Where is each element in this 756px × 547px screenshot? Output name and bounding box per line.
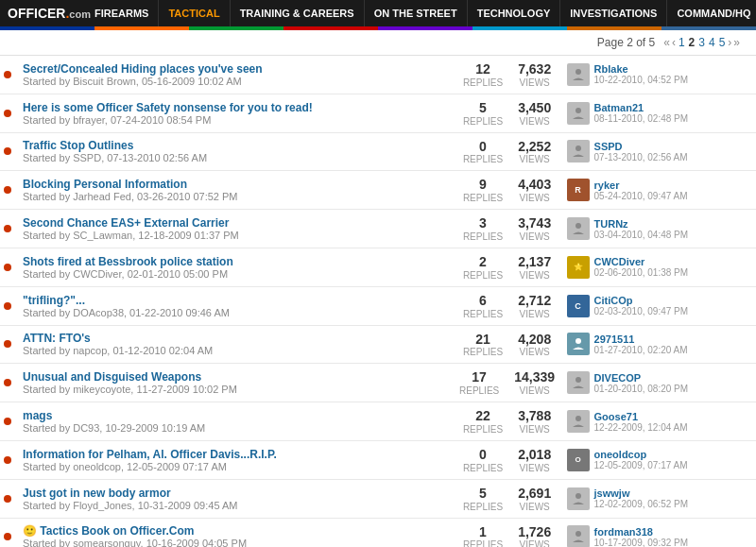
stat-pair: 3 REPLIES 3,743 VIEWS [459,215,556,242]
views-label: VIEWS [518,116,551,127]
user-details: CitiCOp 02-03-2010, 09:47 PM [594,295,689,316]
user-details: Goose71 12-22-2009, 12:04 AM [594,411,688,433]
nav-investigations[interactable]: INVESTIGATIONS [560,0,667,26]
svg-point-4 [576,338,581,344]
user-info-container: R ryker 05-24-2010, 09:47 AM [567,179,748,201]
nav-technology[interactable]: TECHNOLOGY [468,0,561,26]
views-label: VIEWS [518,154,551,164]
thread-title[interactable]: mags [23,409,52,422]
logo[interactable]: OFFICER.com [0,0,85,26]
svg-point-6 [576,416,581,421]
user-details: 2971511 01-27-2010, 02:20 AM [594,333,688,355]
page-1[interactable]: 1 [679,36,685,49]
views-number: 14,339 [514,369,555,385]
stat-pair: 2 REPLIES 2,137 VIEWS [459,254,556,281]
views-label: VIEWS [518,347,551,357]
username[interactable]: DIVECOP [594,372,689,384]
replies-label: REPLIES [463,502,503,512]
thread-title[interactable]: Traffic Stop Outlines [23,139,133,152]
thread-title[interactable]: Blocking Personal Information [23,178,187,191]
thread-title[interactable]: Second Chance EAS+ External Carrier [23,216,229,230]
thread-title[interactable]: Just got in new body armor [23,487,171,500]
stat-pair: 9 REPLIES 4,403 VIEWS [459,177,556,203]
thread-title[interactable]: 🙂 Tactics Book on Officer.Com [23,524,194,538]
page-2[interactable]: 2 [689,36,696,49]
status-dot [4,418,11,425]
username[interactable]: 2971511 [594,333,688,345]
replies-stat: 6 REPLIES [463,293,503,319]
user-date: 12-22-2009, 12:04 AM [594,422,688,433]
thread-status [0,440,15,479]
user-details: Rblake 10-22-2010, 04:52 PM [594,63,689,85]
username[interactable]: TURNz [594,218,689,230]
views-number: 3,743 [518,215,551,231]
thread-starter: Started by somearsonguy, 10-16-2009 04:0… [23,538,448,547]
thread-status [0,518,15,547]
user-details: DIVECOP 01-20-2010, 08:20 PM [594,372,689,394]
thread-title[interactable]: "trifling?"... [23,294,85,307]
views-label: VIEWS [518,270,551,281]
nav-tactical[interactable]: TACTICAL [159,0,230,26]
username[interactable]: CWCDiver [594,256,689,267]
page-4[interactable]: 4 [709,36,715,49]
user-info-container: SSPD 07-13-2010, 02:56 AM [567,140,748,162]
thread-row: Here is some Officer Safety nonsense for… [0,94,756,132]
views-number: 2,137 [518,254,551,270]
svg-point-7 [576,493,581,499]
user-info-container: fordman318 10-17-2009, 09:32 PM [567,525,748,547]
stat-pair: 12 REPLIES 7,632 VIEWS [459,61,556,88]
thread-starter: Started by CWCDiver, 02-01-2010 05:00 PM [23,268,448,280]
prev-page-arrow[interactable]: ‹ [672,36,676,49]
username[interactable]: CitiCOp [594,295,689,306]
username[interactable]: fordman318 [594,526,689,538]
thread-row: Information for Pelham, Al. Officer Davi… [0,440,756,479]
user-info-container: TURNz 03-04-2010, 04:48 PM [567,217,748,240]
nav-command-hq[interactable]: COMMAND/HQ [667,0,756,26]
thread-title[interactable]: Shots fired at Bessbrook police station [23,255,233,268]
username[interactable]: Batman21 [594,102,689,113]
status-dot [4,147,11,155]
views-label: VIEWS [518,193,551,203]
user-details: Batman21 08-11-2010, 02:48 PM [594,102,689,124]
status-dot [4,340,11,348]
nav-firearms[interactable]: FIREARMS [85,0,159,26]
views-stat: 2,712 VIEWS [518,293,551,319]
thread-title[interactable]: Information for Pelham, Al. Officer Davi… [23,448,277,461]
thread-status [0,248,15,286]
nav-training[interactable]: TRAINING & CAREERS [231,0,365,26]
thread-starter: Started by oneoldcop, 12-05-2009 07:17 A… [23,461,448,472]
thread-status [0,325,15,364]
username[interactable]: Goose71 [594,411,688,422]
username[interactable]: Rblake [594,63,689,75]
thread-title[interactable]: Here is some Officer Safety nonsense for… [23,101,313,114]
replies-number: 22 [463,408,503,424]
replies-label: REPLIES [463,539,503,547]
thread-stats-cell: 5 REPLIES 3,450 VIEWS [455,94,559,132]
username[interactable]: oneoldcop [594,449,688,460]
last-page-arrow[interactable]: » [733,36,740,49]
page-5[interactable]: 5 [719,36,726,49]
replies-number: 1 [463,524,503,540]
username[interactable]: jswwjw [594,487,689,499]
next-page-arrow[interactable]: › [728,36,731,49]
username[interactable]: SSPD [594,141,688,152]
user-details: TURNz 03-04-2010, 04:48 PM [594,218,689,240]
user-details: CWCDiver 02-06-2010, 01:38 PM [594,256,689,278]
username[interactable]: ryker [594,179,688,191]
nav-on-the-street[interactable]: ON THE STREET [365,0,468,26]
status-dot [4,186,11,194]
thread-title[interactable]: Unusual and Disguised Weapons [23,370,201,384]
views-label: VIEWS [518,231,551,242]
avatar [567,371,590,394]
user-date: 10-17-2009, 09:32 PM [594,538,689,547]
replies-number: 3 [463,215,503,231]
avatar: ⭐ [567,256,590,279]
views-stat: 2,137 VIEWS [518,254,551,281]
views-stat: 4,208 VIEWS [518,332,551,358]
thread-row: ATTN: FTO's Started by napcop, 01-12-201… [0,325,756,364]
page-3[interactable]: 3 [698,36,705,49]
thread-title[interactable]: ATTN: FTO's [23,332,91,345]
thread-title[interactable]: Secret/Concealed Hiding places you've se… [23,62,263,76]
views-number: 3,450 [518,100,551,116]
first-page-arrow[interactable]: « [663,36,670,49]
